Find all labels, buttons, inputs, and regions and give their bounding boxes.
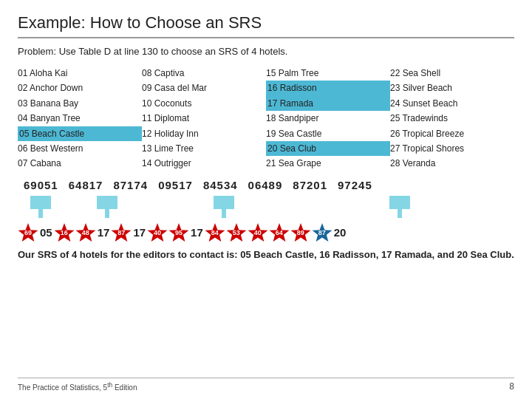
hotel-item-highlight: 05 Beach Castle xyxy=(18,126,142,141)
star-64: 64 xyxy=(269,222,290,243)
hotel-item: 06 Best Western xyxy=(18,141,142,156)
num-5: 84534 xyxy=(203,179,238,191)
star-69-label: 69 xyxy=(24,229,32,236)
star-40a: 40 xyxy=(147,222,168,243)
star-84: 84 xyxy=(205,222,225,243)
footer-page: 8 xyxy=(509,381,514,392)
conclusion: Our SRS of 4 hotels for the editors to c… xyxy=(18,248,514,263)
hotel-item: 22 Sea Shell xyxy=(390,66,514,81)
hotel-col-4: 22 Sea Shell 23 Silver Beach 24 Sunset B… xyxy=(390,66,514,171)
star-87b-label: 87 xyxy=(318,229,326,236)
hotel-item: 10 Coconuts xyxy=(142,96,266,111)
hotel-item: 21 Sea Grape xyxy=(266,156,390,171)
star-40b-label: 40 xyxy=(254,229,262,236)
hotel-item: 09 Casa del Mar xyxy=(142,81,266,95)
num-7: 87201 xyxy=(293,179,327,191)
hotel-item: 12 Holiday Inn xyxy=(142,126,266,141)
star-95-label: 95 xyxy=(175,229,183,236)
conclusion-text: Our SRS of 4 hotels for the editors to c… xyxy=(18,249,514,260)
star-95: 95 xyxy=(168,222,189,243)
plain-17a: 17 xyxy=(98,226,110,239)
hotel-item: 14 Outrigger xyxy=(142,156,266,171)
star-64-label: 64 xyxy=(276,229,283,236)
arrow-2-icon xyxy=(93,193,121,221)
hotel-item: 01 Aloha Kai xyxy=(18,66,142,81)
star-40a-label: 40 xyxy=(154,229,161,236)
hotel-item: 02 Anchor Down xyxy=(18,81,142,95)
hotel-col-2: 08 Captiva 09 Casa del Mar 10 Coconuts 1… xyxy=(142,66,266,171)
star-84-label: 84 xyxy=(211,229,219,236)
slide-title: Example: How to Choose an SRS xyxy=(18,13,514,38)
plain-05: 05 xyxy=(40,226,52,239)
num-8: 97245 xyxy=(338,179,372,191)
num-4: 09517 xyxy=(158,179,193,191)
star-89: 89 xyxy=(290,222,311,243)
hotel-item: 23 Silver Beach xyxy=(390,81,514,95)
hotel-col-3: 15 Palm Tree 16 Radisson 17 Ramada 18 Sa… xyxy=(266,66,390,171)
hotel-item: 08 Captiva xyxy=(142,66,266,81)
star-69: 69 xyxy=(18,222,38,243)
star-16: 16 xyxy=(54,222,75,243)
num-3: 87174 xyxy=(113,179,148,191)
arrows-row xyxy=(18,193,514,221)
problem-statement: Problem: Use Table D at line 130 to choo… xyxy=(18,46,514,57)
arrow-1-icon xyxy=(27,193,55,221)
num-6: 06489 xyxy=(248,179,283,191)
star-40b: 40 xyxy=(248,222,268,243)
star-53-label: 53 xyxy=(233,229,240,236)
star-53: 53 xyxy=(226,222,247,243)
hotel-item-highlight: 20 Sea Club xyxy=(266,141,390,156)
hotel-col-1: 01 Aloha Kai 02 Anchor Down 03 Banana Ba… xyxy=(18,66,142,171)
hotel-item: 07 Cabana xyxy=(18,156,142,171)
footer: The Practice of Statistics, 5th Edition … xyxy=(18,378,514,392)
hotel-item-highlight: 16 Radisson xyxy=(266,81,390,95)
star-87a: 87 xyxy=(111,222,132,243)
star-48-label: 48 xyxy=(82,229,89,236)
arrow-4-icon xyxy=(386,193,414,221)
hotel-item: 15 Palm Tree xyxy=(266,66,390,81)
svg-marker-0 xyxy=(30,196,51,218)
svg-marker-1 xyxy=(97,196,117,218)
hotel-item-highlight: 17 Ramada xyxy=(266,96,390,111)
star-48: 48 xyxy=(75,222,96,243)
hotel-item: 03 Banana Bay xyxy=(18,96,142,111)
svg-marker-3 xyxy=(389,196,410,218)
stars-row: 69 05 16 48 17 87 17 40 95 xyxy=(18,222,514,243)
num-1: 69051 xyxy=(24,179,58,191)
arrow-3-icon xyxy=(210,193,238,221)
numbers-table: 69051 64817 87174 09517 84534 06489 8720… xyxy=(18,179,514,191)
hotels-section: 01 Aloha Kai 02 Anchor Down 03 Banana Ba… xyxy=(18,66,514,171)
star-16-label: 16 xyxy=(61,229,68,236)
hotel-item: 13 Lime Tree xyxy=(142,141,266,156)
hotel-item: 28 Veranda xyxy=(390,156,514,171)
num-2: 64817 xyxy=(69,179,103,191)
plain-17b: 17 xyxy=(133,226,146,239)
plain-20: 20 xyxy=(334,226,347,239)
hotel-item: 18 Sandpiper xyxy=(266,111,390,126)
hotel-item: 26 Tropical Breeze xyxy=(390,126,514,141)
hotel-item: 25 Tradewinds xyxy=(390,111,514,126)
footer-edition: The Practice of Statistics, 5th Edition xyxy=(18,381,137,392)
star-89-label: 89 xyxy=(297,229,304,236)
hotel-item: 24 Sunset Beach xyxy=(390,96,514,111)
hotel-item: 27 Tropical Shores xyxy=(390,141,514,156)
svg-marker-2 xyxy=(214,196,234,218)
slide: Example: How to Choose an SRS Problem: U… xyxy=(0,0,532,399)
star-87b: 87 xyxy=(312,222,332,243)
plain-17c: 17 xyxy=(191,226,203,239)
star-87a-label: 87 xyxy=(117,229,125,236)
hotel-item: 04 Banyan Tree xyxy=(18,111,142,126)
hotel-item: 11 Diplomat xyxy=(142,111,266,126)
hotel-item: 19 Sea Castle xyxy=(266,126,390,141)
